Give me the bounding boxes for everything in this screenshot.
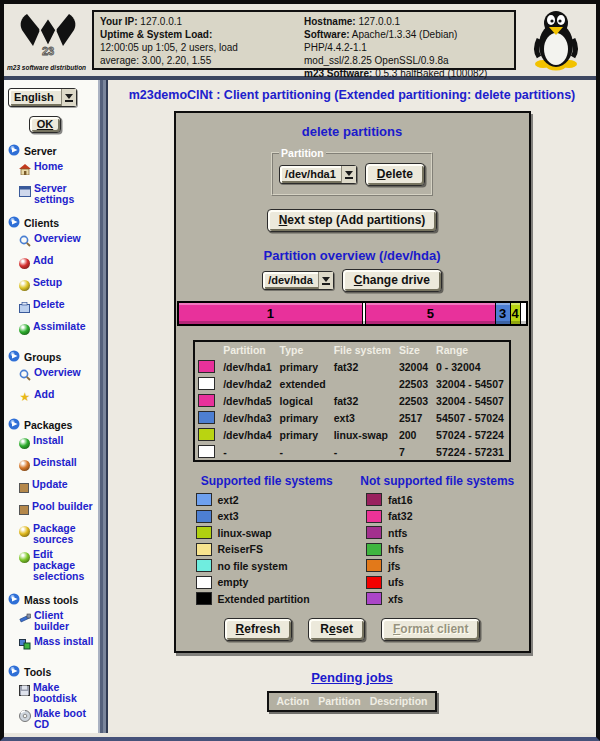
cell: 22503 [396, 392, 433, 409]
language-selected-value: English [9, 89, 61, 106]
cell: /dev/hda1 [220, 358, 276, 375]
legend-color-swatch [366, 576, 382, 589]
cell: /dev/hda5 [220, 392, 276, 409]
ok-button[interactable]: OK [29, 116, 62, 133]
cell [331, 375, 396, 392]
select-arrow-icon[interactable] [341, 166, 356, 183]
sidebar-item-overview[interactable]: Overview [19, 233, 96, 251]
cell: 32004 [396, 358, 433, 375]
cell: - [277, 443, 331, 461]
sidebar-item-make-bootdisk[interactable]: Make bootdisk [19, 682, 96, 704]
legend-item-empty: empty [196, 576, 353, 589]
cell: 32004 - 54507 [433, 392, 510, 409]
cell: linux-swap [331, 426, 396, 443]
mass-install-icon [19, 636, 31, 654]
sidebar-item-overview[interactable]: Overview [19, 367, 96, 385]
main-content: m23demoClNt : Client partitioning (Exten… [108, 80, 596, 733]
legend-item-jfs: jfs [366, 559, 523, 572]
drive-select[interactable]: /dev/hda [262, 271, 334, 290]
legend-color-swatch [366, 592, 382, 605]
sidebar-section-packages: PackagesInstallDeinstallUpdatePool build… [8, 418, 96, 582]
sidebar-item-deinstall[interactable]: Deinstall [19, 457, 96, 475]
language-select[interactable]: English [8, 88, 77, 107]
info-line: mod_ssl/2.8.25 OpenSSL/0.9.8a [304, 54, 508, 67]
magnifier-icon [19, 233, 31, 251]
cell: 7 [396, 443, 433, 461]
sidebar-item-assimilate[interactable]: Assimilate [19, 321, 96, 339]
legend-item-hfs: hfs [366, 543, 523, 556]
supported-filesystems: Supported file systems ext2ext3linux-swa… [182, 474, 353, 609]
legend-item-ufs: ufs [366, 576, 523, 589]
sidebar-item-edit-package-selections[interactable]: Edit package selections [19, 549, 96, 582]
sidebar-section-title: Clients [8, 216, 96, 230]
partition-select[interactable]: /dev/hda1 [279, 165, 357, 184]
partition-overview-heading: Partition overview (/dev/hda) [176, 248, 529, 263]
system-info-right: Hostname: 127.0.0.1 Software: Apache/1.3… [304, 15, 508, 65]
sidebar-item-mass-install[interactable]: Mass install [19, 636, 96, 654]
sidebar-item-pool-builder[interactable]: Pool builder [19, 501, 96, 519]
cell: /dev/hda3 [220, 409, 276, 426]
legend-item-no-file-system: no file system [196, 559, 353, 572]
header: 23 m23 software distribution Your IP: 12… [4, 4, 596, 80]
pending-col-partition: Partition [318, 695, 361, 707]
sidebar-item-add[interactable]: ★Add [19, 389, 96, 407]
svg-text:23: 23 [42, 45, 54, 56]
partition-table-row: /dev/hda5logicalfat322250332004 - 54507 [194, 392, 510, 409]
sidebar-section-clients: ClientsOverviewAddSetupDeleteAssimilate [8, 216, 96, 339]
sidebar-section-title: Mass tools [8, 593, 96, 607]
sidebar-item-package-sources[interactable]: Package sources [19, 523, 96, 545]
legend-item-ntfs: ntfs [366, 526, 523, 539]
partition-bar-segment-3[interactable]: 3 [496, 303, 511, 324]
partition-bar-segment-4[interactable]: 4 [511, 303, 521, 324]
next-step-button[interactable]: Next step (Add partitions) [267, 209, 438, 232]
logo-caption: m23 software distribution [7, 64, 86, 71]
reset-button[interactable]: Reset [308, 618, 365, 641]
sidebar-item-install[interactable]: Install [19, 435, 96, 453]
sidebar-item-home[interactable]: Home [19, 161, 96, 179]
delete-client-icon [19, 299, 30, 317]
sidebar-item-add[interactable]: Add [19, 255, 96, 273]
info-line: Software: Apache/1.3.34 (Debian) PHP/4.4… [304, 28, 508, 54]
pending-col-action: Action [276, 695, 309, 707]
sidebar-section-server: ServerHomeServer settings [8, 144, 96, 205]
sidebar: English OK ServerHomeServer settingsClie… [4, 80, 98, 733]
sidebar-item-make-boot-cd[interactable]: Make boot CD [19, 708, 96, 730]
package-sources-icon [19, 523, 30, 541]
cell: extended [277, 375, 331, 392]
select-arrow-icon[interactable] [61, 89, 76, 106]
partition-fieldset-legend: Partition [279, 147, 326, 159]
deinstall-icon [19, 457, 30, 475]
legend-color-swatch [366, 510, 382, 523]
partition-table-row: /dev/hda2extended2250332004 - 54507 [194, 375, 510, 392]
sidebar-item-setup[interactable]: Setup [19, 277, 96, 295]
server-settings-icon [19, 183, 31, 201]
cell: primary [277, 409, 331, 426]
refresh-button[interactable]: Refresh [224, 618, 293, 641]
info-line: 12:00:05 up 1:05, 2 users, load [100, 41, 304, 54]
select-arrow-icon[interactable] [318, 272, 333, 289]
legend-color-swatch [366, 559, 382, 572]
cell: logical [277, 392, 331, 409]
delete-button[interactable]: Delete [365, 163, 425, 186]
sidebar-item-update[interactable]: Update [19, 479, 96, 497]
change-drive-button[interactable]: Change drive [342, 269, 442, 292]
filesystem-legends: Supported file systems ext2ext3linux-swa… [182, 474, 523, 609]
partition-color-swatch [198, 411, 215, 424]
sidebar-item-delete[interactable]: Delete [19, 299, 96, 317]
legend-item-ext3: ext3 [196, 510, 353, 523]
info-line: m23 Software: 0.5.3 halfBaked (100082) [304, 67, 508, 80]
partition-selected-value: /dev/hda1 [280, 166, 341, 183]
info-line: Your IP: 127.0.0.1 [100, 15, 304, 28]
legend-color-swatch [196, 526, 212, 539]
sidebar-item-client-builder[interactable]: Client builder [19, 610, 96, 632]
col-partition: Partition [220, 341, 276, 358]
cell: fat32 [331, 358, 396, 375]
add-client-icon [19, 255, 30, 273]
sidebar-item-server-settings[interactable]: Server settings [19, 183, 96, 205]
partition-bar-segment-1[interactable]: 1 [179, 303, 364, 324]
section-sphere-icon [8, 216, 20, 230]
legend-color-swatch [196, 510, 212, 523]
legend-item-xfs: xfs [366, 592, 523, 605]
legend-color-swatch [196, 576, 212, 589]
partition-bar-segment-5[interactable]: 5 [366, 303, 495, 324]
